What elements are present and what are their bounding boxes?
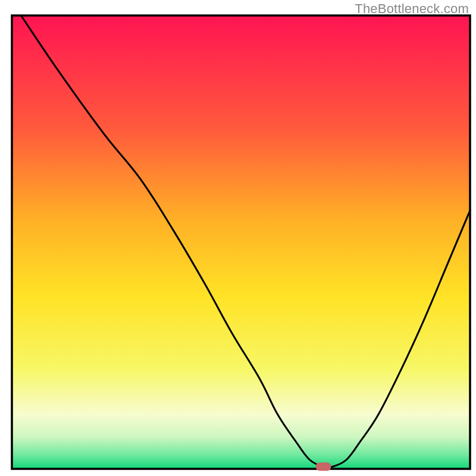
watermark: TheBottleneck.com bbox=[355, 1, 469, 17]
optimal-marker bbox=[316, 462, 331, 471]
plot-background bbox=[12, 15, 470, 469]
chart-svg bbox=[0, 0, 476, 476]
chart-wrap: TheBottleneck.com bbox=[0, 0, 476, 476]
